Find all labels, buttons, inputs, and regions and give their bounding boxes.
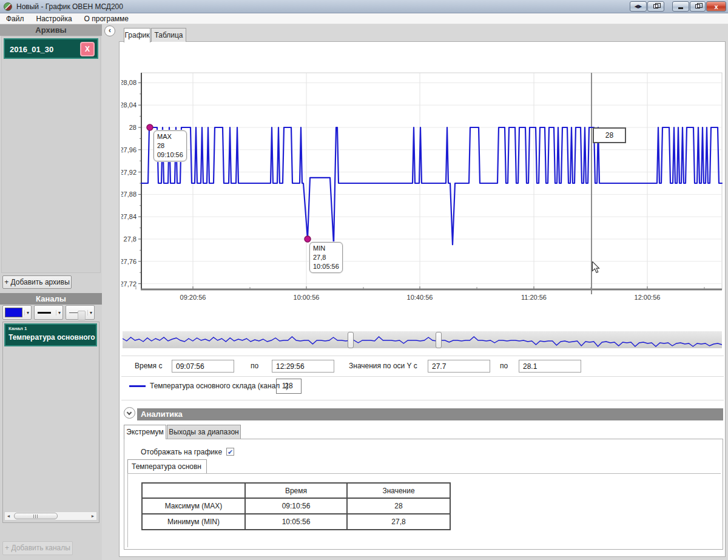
channel-color-swatch (5, 308, 22, 317)
svg-text:27,96: 27,96 (121, 146, 136, 153)
archive-close-button[interactable]: X (80, 42, 95, 56)
channel-list: Канал 1 Температура основного ск ◄ ► (2, 322, 99, 523)
tab-table[interactable]: Таблица (151, 28, 186, 42)
cell-min-value: 27,8 (347, 514, 450, 530)
scroll-right-icon[interactable]: ► (89, 514, 96, 518)
tab-extremum[interactable]: Экстремум (124, 425, 166, 439)
check-icon: ✔ (228, 448, 233, 456)
chevron-down-icon: ▾ (56, 310, 62, 315)
channels-header: Каналы (0, 293, 102, 305)
y-to-input[interactable] (519, 360, 581, 373)
tab-out-of-range[interactable]: Выходы за диапазон (167, 425, 241, 439)
minimize-button[interactable] (672, 1, 689, 12)
header-value: Значение (347, 483, 450, 498)
tab-channel-extremum[interactable]: Температура основн (127, 459, 207, 473)
cursor-value-label: 28 (593, 127, 626, 143)
channel-options-button[interactable] (78, 311, 86, 320)
tab-graph[interactable]: График (124, 28, 150, 42)
table-header-row: Время Значение (142, 483, 450, 498)
header-time: Время (245, 483, 347, 498)
overview-strip[interactable] (123, 331, 722, 349)
svg-text:10:40:56: 10:40:56 (407, 294, 433, 301)
max-point (147, 124, 153, 130)
sidebar-collapse-button[interactable]: ‹ (104, 25, 115, 36)
archive-item[interactable]: 2016_01_30 X (4, 38, 98, 59)
menu-about[interactable]: О программе (78, 13, 135, 24)
detach-window-button[interactable] (647, 1, 664, 12)
min-label: MIN (313, 244, 339, 253)
horizontal-scrollbar[interactable]: ◄ ► (4, 511, 97, 521)
svg-text:28: 28 (129, 124, 136, 131)
cell-min-time: 10:05:56 (245, 514, 347, 530)
extremum-table: Время Значение Максимум (MAX) 09:10:56 2… (141, 482, 451, 530)
archive-list: 2016_01_30 X (1, 36, 101, 273)
analytics-collapse-button[interactable] (124, 407, 135, 419)
time-to-input[interactable] (272, 360, 334, 373)
show-on-chart-checkbox[interactable]: ✔ (226, 448, 234, 456)
line-width-select[interactable]: ▾ (34, 305, 63, 320)
svg-text:11:20:56: 11:20:56 (521, 294, 547, 301)
svg-text:10:00:56: 10:00:56 (294, 294, 320, 301)
svg-text:12:00:56: 12:00:56 (635, 294, 661, 301)
temperature-chart[interactable]: 28,0828,042827,9627,9227,8827,8427,827,7… (121, 47, 725, 326)
divider (121, 376, 724, 377)
legend-series-name: Температура основного склада (канал 1) (150, 382, 288, 390)
cell-max-value: 28 (347, 498, 450, 514)
legend-current-value: 28 (276, 379, 302, 394)
menu-file[interactable]: Файл (0, 13, 30, 24)
min-value: 27,8 (313, 253, 339, 262)
chevron-down-icon: ▾ (87, 310, 94, 315)
close-button[interactable]: x (706, 1, 726, 12)
chevron-down-icon: ▾ (24, 310, 31, 315)
archives-header: Архивы (0, 24, 102, 36)
range-handle-left[interactable] (348, 332, 354, 348)
pan-icon: ◀▶ (635, 4, 642, 9)
chart-canvas[interactable]: 28,0828,042827,9627,9227,8827,8427,827,7… (121, 47, 725, 326)
channel-color-select[interactable]: ▾ (2, 305, 32, 320)
channel-item[interactable]: Канал 1 Температура основного ск (4, 323, 97, 346)
svg-text:28,08: 28,08 (121, 79, 136, 86)
svg-text:28,04: 28,04 (121, 101, 136, 109)
range-handle-right[interactable] (436, 332, 442, 348)
table-row: Минимум (MIN) 10:05:56 27,8 (142, 514, 450, 530)
max-label: MAX (157, 132, 183, 141)
maximize-button[interactable] (690, 1, 706, 12)
min-annotation: MIN 27,8 10:05:56 (309, 242, 343, 273)
minimize-icon (678, 7, 683, 9)
menu-settings[interactable]: Настройка (30, 13, 78, 24)
mouse-cursor (591, 261, 601, 274)
y-from-input[interactable] (428, 360, 490, 373)
y-to-label: по (500, 362, 508, 370)
channel-tag: Канал 1 (8, 326, 27, 331)
detach-icon (653, 4, 658, 8)
y-range-label: Значения по оси Y с (349, 362, 417, 370)
max-time: 09:10:56 (157, 150, 183, 160)
time-from-input[interactable] (172, 360, 234, 373)
close-icon: x (714, 3, 718, 10)
time-to-label: по (251, 362, 258, 370)
restore-icon (695, 4, 700, 8)
svg-text:27,92: 27,92 (121, 169, 136, 176)
svg-text:27,88: 27,88 (121, 191, 136, 198)
pan-buttons-icon[interactable]: ◀▶ (630, 1, 647, 12)
table-row: Максимум (MAX) 09:10:56 28 (142, 498, 450, 514)
cell-max-time: 09:10:56 (245, 498, 347, 514)
window-title: Новый - График ОВЕН МСД200 (16, 2, 123, 11)
scroll-left-icon[interactable]: ◄ (5, 514, 12, 518)
overview-canvas (123, 331, 722, 349)
sidebar: Архивы 2016_01_30 X + Добавить архивы Ка… (0, 24, 102, 560)
chevron-down-icon (127, 410, 132, 415)
svg-text:27,8: 27,8 (124, 235, 136, 243)
title-bar: Новый - График ОВЕН МСД200 ◀▶ x (0, 0, 728, 13)
show-on-chart-label: Отображать на графике (141, 448, 222, 456)
svg-text:27,84: 27,84 (121, 213, 136, 220)
max-annotation: MAX 28 09:10:56 (153, 130, 187, 161)
min-time: 10:05:56 (313, 262, 339, 271)
archive-item-label: 2016_01_30 (10, 45, 53, 54)
scrollbar-thumb[interactable] (14, 513, 58, 519)
cell-min-name: Минимум (MIN) (142, 514, 245, 530)
channel-name: Температура основного ск (8, 333, 96, 342)
header-empty (142, 483, 245, 498)
add-archives-button[interactable]: + Добавить архивы (2, 275, 72, 289)
add-channels-button[interactable]: + Добавить каналы (2, 541, 73, 555)
